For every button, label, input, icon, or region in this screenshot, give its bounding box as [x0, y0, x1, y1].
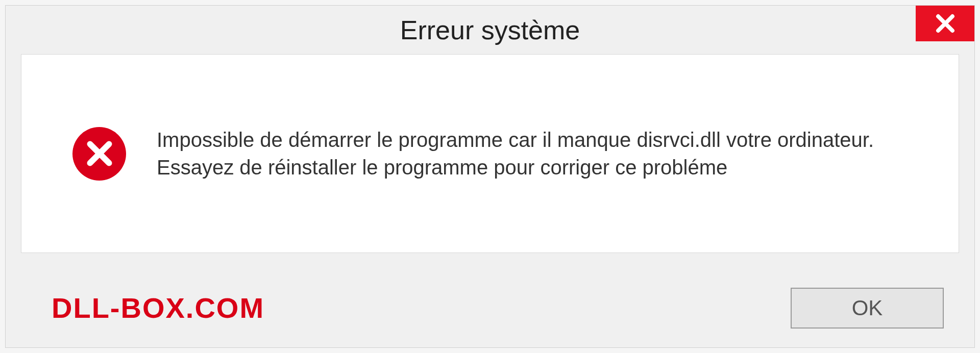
ok-button[interactable]: OK	[791, 288, 944, 329]
watermark-text: DLL-BOX.COM	[52, 291, 264, 324]
error-dialog: Erreur système Impossible de démarrer le…	[5, 5, 975, 348]
dialog-title: Erreur système	[400, 15, 580, 45]
titlebar: Erreur système	[6, 6, 974, 54]
error-message: Impossible de démarrer le programme car …	[157, 126, 908, 181]
ok-button-label: OK	[852, 296, 883, 320]
close-button[interactable]	[916, 6, 974, 41]
content-area: Impossible de démarrer le programme car …	[21, 54, 959, 253]
error-icon	[72, 127, 126, 181]
close-icon	[935, 13, 956, 34]
dialog-footer: DLL-BOX.COM OK	[6, 268, 974, 347]
